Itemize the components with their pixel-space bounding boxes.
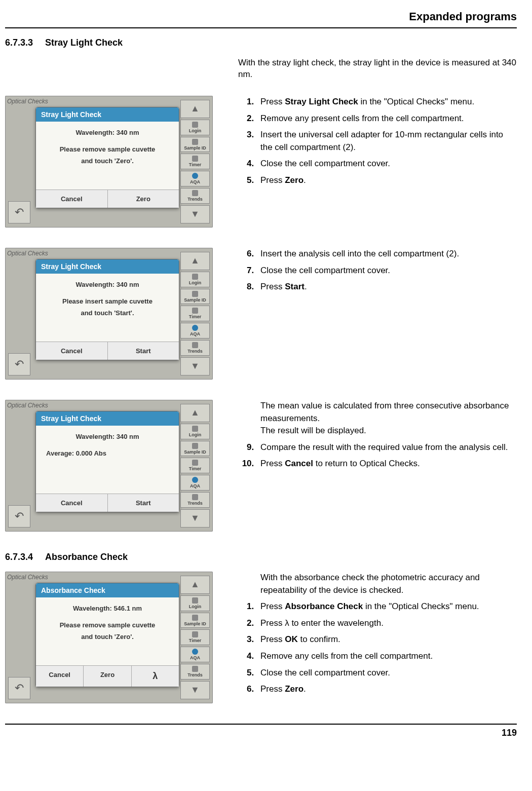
- back-button[interactable]: ↶: [8, 201, 30, 223]
- back-button[interactable]: ↶: [8, 353, 30, 375]
- scroll-down-icon[interactable]: ▼: [180, 681, 210, 699]
- zero-button[interactable]: Zero: [84, 666, 131, 687]
- screenshot-absorbance-check: Optical Checks Absorbance Check Waveleng…: [5, 572, 213, 703]
- window-title: Optical Checks: [7, 402, 48, 409]
- dialog-title: Absorbance Check: [36, 583, 179, 597]
- dialog-message-line: and touch 'Zero'.: [41, 631, 174, 643]
- cancel-button[interactable]: Cancel: [36, 494, 108, 512]
- timer-button[interactable]: Timer: [180, 458, 210, 473]
- scroll-up-icon[interactable]: ▲: [180, 252, 210, 270]
- start-button[interactable]: Start: [108, 494, 179, 512]
- step-item: Insert the universal cell adapter for 10…: [256, 129, 517, 154]
- steps-block-3: The mean value is calculated from three …: [238, 400, 517, 474]
- scroll-down-icon[interactable]: ▼: [180, 509, 210, 528]
- section-number: 6.7.3.3: [5, 37, 33, 48]
- section-number: 6.7.3.4: [5, 552, 33, 562]
- step-item: Press Cancel to return to Optical Checks…: [256, 458, 517, 470]
- cancel-button[interactable]: Cancel: [36, 342, 108, 360]
- step-item: Close the cell compartment cover.: [256, 667, 517, 680]
- login-button[interactable]: Login: [180, 595, 210, 611]
- step-item: Press Start.: [256, 281, 517, 293]
- section-heading-absorbance: 6.7.3.4 Absorbance Check: [5, 552, 517, 562]
- step-item: Insert the analysis cell into the cell c…: [256, 248, 517, 260]
- step-item: Close the cell compartment cover.: [256, 265, 517, 277]
- step-item: Press Absorbance Check in the "Optical C…: [256, 600, 517, 613]
- section-intro: With the stray light check, the stray li…: [238, 57, 517, 81]
- cancel-button[interactable]: Cancel: [36, 666, 84, 687]
- step-item: Press λ to enter the wavelength.: [256, 617, 517, 630]
- scroll-up-icon[interactable]: ▲: [180, 576, 210, 594]
- steps-block-1: Press Stray Light Check in the "Optical …: [238, 96, 517, 191]
- wavelength-text: Wavelength: 546.1 nm: [41, 605, 174, 612]
- login-button[interactable]: Login: [180, 272, 210, 287]
- back-button[interactable]: ↶: [8, 505, 30, 528]
- window-title: Optical Checks: [7, 250, 48, 257]
- section-title: Stray Light Check: [45, 37, 123, 48]
- back-button[interactable]: ↶: [8, 677, 30, 699]
- window-title: Optical Checks: [7, 98, 48, 105]
- screenshot-stray-light-start: Optical Checks Stray Light Check Wavelen…: [5, 248, 213, 380]
- sample-id-button[interactable]: Sample ID: [180, 137, 210, 153]
- trends-button[interactable]: Trends: [180, 664, 210, 680]
- aqa-button[interactable]: AQA: [180, 171, 210, 186]
- dialog-title: Stray Light Check: [36, 411, 179, 426]
- absorbance-intro: With the absorbance check the photometri…: [260, 572, 517, 596]
- page-number: 119: [5, 724, 517, 738]
- window-title: Optical Checks: [7, 574, 48, 581]
- aqa-button[interactable]: AQA: [180, 323, 210, 338]
- step-item: Press Zero.: [256, 683, 517, 696]
- step-item: Remove any present cells from the cell c…: [256, 112, 517, 125]
- dialog-stray-light: Stray Light Check Wavelength: 340 nm Ple…: [35, 107, 179, 208]
- scroll-up-icon[interactable]: ▲: [180, 100, 210, 118]
- timer-button[interactable]: Timer: [180, 629, 210, 645]
- step-item: Press Stray Light Check in the "Optical …: [256, 96, 517, 108]
- trends-button[interactable]: Trends: [180, 340, 210, 356]
- trends-button[interactable]: Trends: [180, 188, 210, 204]
- result-intro-line: The mean value is calculated from three …: [260, 400, 517, 425]
- dialog-absorbance: Absorbance Check Wavelength: 546.1 nm Pl…: [35, 583, 179, 687]
- result-intro-line: The result will be displayed.: [260, 425, 517, 437]
- aqa-button[interactable]: AQA: [180, 475, 210, 491]
- step-item: Press Zero.: [256, 174, 517, 187]
- cancel-button[interactable]: Cancel: [36, 190, 108, 208]
- dialog-stray-light: Stray Light Check Wavelength: 340 nm Ple…: [35, 259, 179, 360]
- screenshot-stray-light-zero: Optical Checks Stray Light Check Wavelen…: [5, 96, 213, 228]
- screenshot-stray-light-result: Optical Checks Stray Light Check Wavelen…: [5, 400, 213, 532]
- scroll-down-icon[interactable]: ▼: [180, 205, 210, 223]
- timer-button[interactable]: Timer: [180, 306, 210, 321]
- login-button[interactable]: Login: [180, 120, 210, 135]
- dialog-message-line: and touch 'Zero'.: [41, 155, 174, 167]
- dialog-title: Stray Light Check: [36, 259, 179, 274]
- step-item: Close the cell compartment cover.: [256, 158, 517, 170]
- lambda-button[interactable]: λ: [132, 666, 179, 687]
- sample-id-button[interactable]: Sample ID: [180, 289, 210, 305]
- aqa-button[interactable]: AQA: [180, 647, 210, 662]
- scroll-down-icon[interactable]: ▼: [180, 357, 210, 375]
- scroll-up-icon[interactable]: ▲: [180, 404, 210, 422]
- dialog-stray-light: Stray Light Check Wavelength: 340 nm Ave…: [35, 411, 179, 512]
- step-item: Press OK to confirm.: [256, 633, 517, 646]
- sample-id-button[interactable]: Sample ID: [180, 613, 210, 628]
- dialog-message-line: Please remove sample cuvette: [41, 619, 174, 631]
- section-heading-stray-light: 6.7.3.3 Stray Light Check: [5, 37, 517, 48]
- trends-button[interactable]: Trends: [180, 492, 210, 508]
- steps-block-4: With the absorbance check the photometri…: [238, 572, 517, 700]
- start-button[interactable]: Start: [108, 342, 179, 360]
- login-button[interactable]: Login: [180, 424, 210, 439]
- step-item: Compare the result with the required val…: [256, 441, 517, 454]
- dialog-message-line: and touch 'Start'.: [41, 307, 174, 319]
- dialog-title: Stray Light Check: [36, 107, 179, 122]
- wavelength-text: Wavelength: 340 nm: [41, 433, 174, 440]
- wavelength-text: Wavelength: 340 nm: [41, 129, 174, 136]
- wavelength-text: Wavelength: 340 nm: [41, 281, 174, 288]
- section-title: Absorbance Check: [45, 552, 128, 562]
- dialog-message-line: Please insert sample cuvette: [41, 295, 174, 307]
- step-item: Remove any cells from the cell compartme…: [256, 650, 517, 663]
- timer-button[interactable]: Timer: [180, 154, 210, 169]
- page-header: Expanded programs: [5, 10, 517, 28]
- average-value: Average: 0.000 Abs: [46, 447, 174, 459]
- sample-id-button[interactable]: Sample ID: [180, 441, 210, 457]
- dialog-message-line: Please remove sample cuvette: [41, 143, 174, 155]
- zero-button[interactable]: Zero: [108, 190, 179, 208]
- steps-block-2: Insert the analysis cell into the cell c…: [238, 248, 517, 297]
